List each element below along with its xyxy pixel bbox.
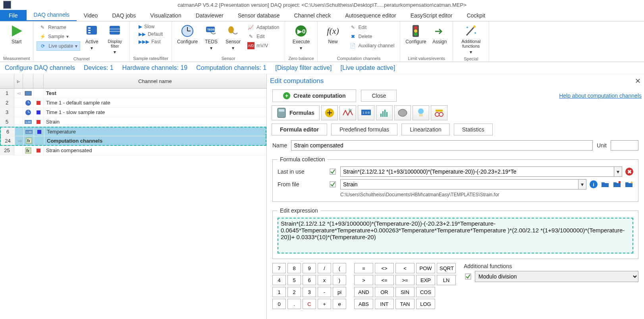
apply-addfn-icon[interactable]: [464, 272, 472, 281]
tab-daq-channels[interactable]: DAQ channels: [27, 9, 77, 21]
active-button[interactable]: Active▾: [82, 23, 102, 52]
adaptation-button[interactable]: 📈Adaptation: [245, 23, 282, 32]
tab-video[interactable]: Video: [77, 10, 105, 21]
subtab-predefined[interactable]: Predefined formulas: [331, 124, 397, 135]
status-display-filter[interactable]: [Display filter active]: [275, 64, 332, 72]
status-comp-channels[interactable]: Computation channels: 1: [196, 64, 266, 72]
class-tab[interactable]: [394, 105, 411, 120]
add-folder-icon[interactable]: +: [625, 180, 633, 189]
close-panel-icon[interactable]: ✕: [635, 77, 641, 85]
fn-and[interactable]: AND: [354, 287, 373, 297]
subtab-statistics[interactable]: Statistics: [454, 124, 493, 135]
signal-tab[interactable]: fg: [339, 105, 356, 120]
fn-abs[interactable]: ABS: [354, 299, 373, 309]
key-/[interactable]: /: [318, 263, 331, 273]
tab-dataviewer[interactable]: Dataviewer: [189, 10, 231, 21]
start-button[interactable]: Start: [4, 23, 29, 45]
fn-pow[interactable]: POW: [416, 263, 435, 273]
expand-icon[interactable]: ◅: [14, 89, 23, 98]
tab-file[interactable]: File: [0, 10, 27, 21]
cycle-tab[interactable]: [431, 105, 447, 120]
key-pi[interactable]: pi: [333, 287, 346, 297]
key-+[interactable]: +: [318, 299, 331, 309]
additional-functions-select[interactable]: Modulo division: [475, 271, 638, 282]
fn->=[interactable]: >=: [395, 275, 415, 285]
table-row[interactable]: 51.00Strain: [0, 117, 266, 127]
expand-icon[interactable]: ◅: [15, 136, 24, 145]
fn-tan[interactable]: TAN: [395, 299, 415, 309]
assign-limits-button[interactable]: Assign: [430, 23, 449, 45]
key-8[interactable]: 8: [287, 263, 301, 273]
expand-all-icon[interactable]: ▹: [14, 74, 23, 88]
close-button[interactable]: Close: [361, 90, 397, 102]
key-x[interactable]: x: [318, 275, 331, 285]
expand-icon[interactable]: [14, 98, 23, 107]
status-hw-channels[interactable]: Hardware channels: 19: [122, 64, 188, 72]
expand-icon[interactable]: [14, 117, 23, 126]
table-row[interactable]: 61.00Temperature: [0, 127, 266, 136]
configure-limits-button[interactable]: Configure: [403, 23, 428, 45]
tab-cockpit[interactable]: Cockpit: [459, 10, 492, 21]
teds-button[interactable]: TEDS TEDS▾: [201, 23, 221, 52]
sample-button[interactable]: ⚡ Sample▾: [37, 32, 80, 41]
key-e[interactable]: e: [333, 299, 346, 309]
from-file-combo[interactable]: [340, 179, 578, 189]
delete-comp-button[interactable]: ✖Delete: [347, 32, 397, 41]
aux-channel-button[interactable]: 📄Auxiliary channel: [347, 41, 397, 50]
expand-icon[interactable]: [14, 146, 23, 155]
expression-textarea[interactable]: Strain*(2.12/2.12 *(1+93/1000000)*(Tempe…: [278, 218, 633, 253]
status-configure[interactable]: Configure DAQ channels: [5, 64, 75, 72]
fn-int[interactable]: INT: [375, 299, 394, 309]
key-4[interactable]: 4: [272, 275, 286, 285]
configure-button[interactable]: Configure: [175, 23, 200, 45]
key-2[interactable]: 2: [287, 287, 301, 297]
fn-sin[interactable]: SIN: [395, 287, 415, 297]
table-row[interactable]: 2Time 1 - default sample rate: [0, 98, 266, 108]
fn-<>[interactable]: <>: [375, 263, 394, 273]
additional-functions-button[interactable]: Additional functions▾: [456, 23, 486, 56]
fast-button[interactable]: ▶▶▶Fast: [136, 38, 165, 45]
key-C[interactable]: C: [303, 299, 316, 309]
fn-exp[interactable]: EXP: [416, 275, 435, 285]
column-channel-name[interactable]: Channel name: [44, 78, 266, 84]
open-folder-icon[interactable]: [601, 180, 609, 189]
key-3[interactable]: 3: [303, 287, 316, 297]
table-row[interactable]: 1◅Test: [0, 89, 266, 98]
tab-channel-check[interactable]: Channel check: [287, 10, 338, 21]
tab-autosequence[interactable]: Autosequence editor: [338, 10, 403, 21]
unit-input[interactable]: [611, 140, 638, 151]
delete-formula-icon[interactable]: ✖: [625, 168, 633, 176]
fn->[interactable]: >: [354, 275, 373, 285]
fn-<=[interactable]: <=: [375, 275, 394, 285]
help-link[interactable]: Help about computation channels: [559, 93, 642, 99]
misc-tab[interactable]: [413, 105, 429, 120]
subtab-linearization[interactable]: Linearization: [401, 124, 449, 135]
save-folder-icon[interactable]: [613, 180, 621, 189]
fn-ln[interactable]: LN: [437, 275, 456, 285]
mvv-button[interactable]: A/DmV/V: [245, 41, 282, 50]
from-file-dropdown[interactable]: ▾: [578, 179, 586, 189]
create-computation-button[interactable]: + Create computation: [272, 89, 356, 102]
last-in-use-combo[interactable]: [340, 166, 614, 177]
formulas-tab[interactable]: Formulas: [272, 105, 320, 120]
tab-easyscript[interactable]: EasyScript editor: [403, 10, 460, 21]
execute-button[interactable]: ▶0 Execute▾: [289, 23, 313, 52]
subtab-formula-editor[interactable]: Formula editor: [272, 124, 327, 135]
live-update-button[interactable]: ⟳ Live update▾: [37, 41, 80, 51]
name-input[interactable]: [291, 140, 593, 151]
edit-sensor-button[interactable]: ✎Edit: [245, 32, 282, 41]
fn-or[interactable]: OR: [375, 287, 394, 297]
fn-log[interactable]: LOG: [416, 299, 435, 309]
apply-file-icon[interactable]: [328, 180, 337, 189]
key-1[interactable]: 1: [272, 287, 286, 297]
key-5[interactable]: 5: [287, 275, 301, 285]
key--[interactable]: -: [318, 287, 331, 297]
apply-last-icon[interactable]: [328, 167, 337, 176]
display-filter-button[interactable]: Display filter▾: [103, 23, 126, 56]
info-icon[interactable]: i: [590, 180, 598, 188]
key-6[interactable]: 6: [303, 275, 316, 285]
tab-sensor-database[interactable]: Sensor database: [231, 10, 287, 21]
slow-button[interactable]: ▶Slow: [136, 23, 165, 30]
last-in-use-dropdown[interactable]: ▾: [614, 166, 622, 177]
rename-button[interactable]: ✎ Rename: [37, 23, 80, 32]
